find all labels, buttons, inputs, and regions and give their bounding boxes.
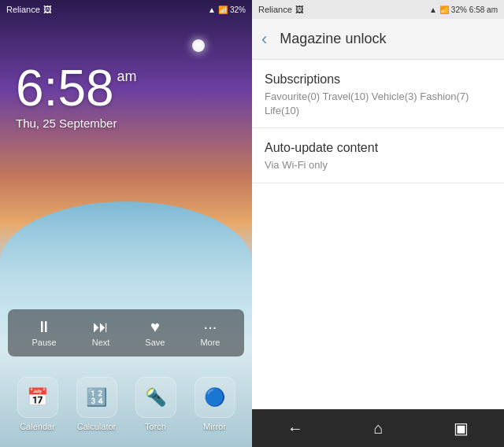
status-right-left: ▲ 📶 32% (208, 6, 246, 14)
right-panel: Reliance 🖼 ▲ 📶 32% 6:58 am ‹ Magazine un… (252, 0, 504, 447)
signal-icon-left: 📶 (218, 6, 228, 14)
wifi-icon-left: ▲ (208, 6, 216, 14)
media-controls: ⏸ Pause ⏭ Next ♥ Save ··· More (14, 319, 238, 347)
more-button[interactable]: ··· More (200, 319, 220, 347)
subscriptions-title: Subscriptions (265, 72, 491, 87)
subscriptions-section[interactable]: Subscriptions Favourite(0) Travel(10) Ve… (252, 60, 504, 128)
auto-update-desc: Via Wi-Fi only (265, 158, 491, 172)
clock-right: 6:58 am (469, 6, 498, 14)
save-label: Save (145, 338, 165, 347)
calculator-label: Calculator (77, 422, 117, 431)
subscriptions-desc: Favourite(0) Travel(10) Vehicle(3) Fashi… (265, 90, 491, 118)
clock-digits: 6:58 (16, 63, 114, 113)
left-panel: Reliance 🖼 ▲ 📶 32% 6:58 am Thu, 25 Septe… (0, 0, 252, 447)
mirror-label: Mirror (203, 422, 226, 431)
battery-right: 32% (451, 6, 467, 14)
home-nav-button[interactable]: ⌂ (358, 413, 398, 444)
signal-icon-right: 📶 (439, 6, 449, 14)
next-label: Next (92, 338, 110, 347)
right-header: ‹ Magazine unlock (252, 19, 504, 60)
clock-time: 6:58 am (16, 63, 137, 113)
right-status-icons: ▲ 📶 32% 6:58 am (429, 6, 498, 14)
mirror-icon: 🔵 (195, 377, 235, 418)
torch-shortcut[interactable]: 🔦 Torch (135, 377, 176, 431)
right-carrier: Reliance 🖼 (258, 5, 304, 14)
clock-date: Thu, 25 September (16, 116, 137, 130)
clock-area: 6:58 am Thu, 25 September (16, 63, 137, 130)
carrier-icon-right: 🖼 (295, 5, 304, 14)
carrier-name-right: Reliance (258, 5, 292, 14)
next-icon: ⏭ (93, 319, 109, 334)
moon (192, 39, 205, 52)
pause-label: Pause (32, 338, 57, 347)
next-button[interactable]: ⏭ Next (92, 319, 110, 347)
carrier-icon-left: 🖼 (43, 5, 52, 14)
more-label: More (200, 338, 220, 347)
app-shortcuts: 📅 Calendar 🔢 Calculator 🔦 Torch 🔵 Mirror (8, 377, 244, 431)
save-icon: ♥ (150, 319, 160, 334)
calendar-label: Calendar (20, 422, 55, 431)
back-nav-button[interactable]: ← (272, 413, 319, 444)
calendar-shortcut[interactable]: 📅 Calendar (17, 377, 58, 431)
pause-icon: ⏸ (36, 319, 52, 334)
right-content: Subscriptions Favourite(0) Travel(10) Ve… (252, 60, 504, 409)
auto-update-section[interactable]: Auto-update content Via Wi-Fi only (252, 128, 504, 183)
torch-label: Torch (145, 422, 166, 431)
calculator-icon: 🔢 (76, 377, 117, 418)
battery-left: 32% (230, 6, 246, 14)
left-status-bar: Reliance 🖼 ▲ 📶 32% (0, 0, 252, 19)
calendar-icon: 📅 (17, 377, 58, 418)
wifi-icon-right: ▲ (429, 6, 437, 14)
nav-bar: ← ⌂ ▣ (252, 409, 504, 447)
recents-nav-button[interactable]: ▣ (438, 412, 484, 444)
status-carrier-left: Reliance 🖼 (6, 5, 52, 14)
carrier-name-left: Reliance (6, 5, 40, 14)
torch-icon: 🔦 (135, 377, 176, 418)
save-button[interactable]: ♥ Save (145, 319, 165, 347)
auto-update-title: Auto-update content (265, 141, 491, 155)
calculator-shortcut[interactable]: 🔢 Calculator (76, 377, 117, 431)
pause-button[interactable]: ⏸ Pause (32, 319, 57, 347)
back-button[interactable]: ‹ (261, 31, 267, 48)
mirror-shortcut[interactable]: 🔵 Mirror (195, 377, 235, 431)
page-title: Magazine unlock (280, 31, 386, 47)
right-status-bar: Reliance 🖼 ▲ 📶 32% 6:58 am (252, 0, 504, 19)
more-icon: ··· (204, 319, 217, 334)
clock-ampm: am (117, 69, 137, 83)
media-panel: ⏸ Pause ⏭ Next ♥ Save ··· More (8, 309, 244, 356)
